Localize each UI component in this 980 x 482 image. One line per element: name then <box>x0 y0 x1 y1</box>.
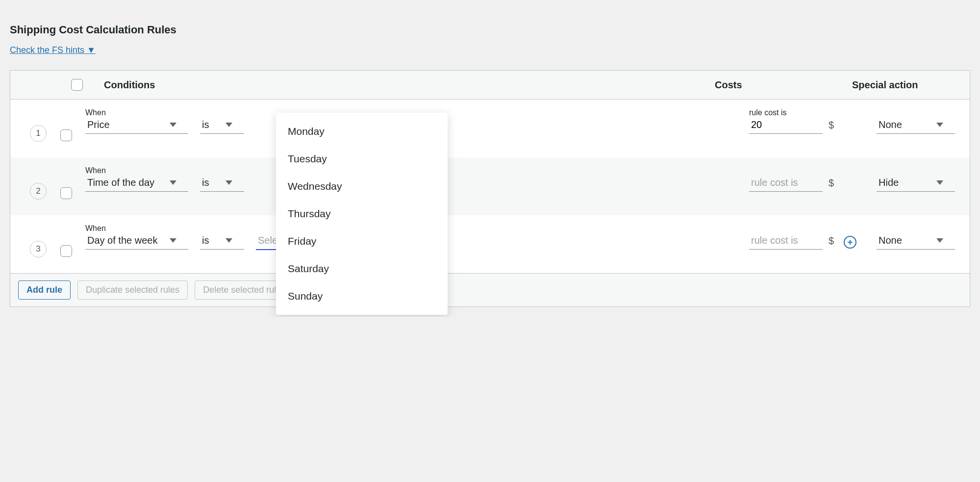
section-title: Shipping Cost Calculation Rules <box>10 24 970 36</box>
special-action-select[interactable]: Hide <box>877 175 955 192</box>
operator-select[interactable]: is <box>200 117 244 134</box>
condition-field-select[interactable]: Time of the day <box>85 175 188 192</box>
condition-field-value: Price <box>87 119 110 130</box>
add-cost-icon[interactable]: + <box>844 236 856 249</box>
chevron-down-icon <box>936 238 943 243</box>
currency-label: $ <box>829 120 834 134</box>
chevron-down-icon <box>170 123 176 127</box>
select-all-checkbox[interactable] <box>71 79 83 91</box>
day-option-sunday[interactable]: Sunday <box>276 282 448 310</box>
when-label: When <box>85 224 188 233</box>
duplicate-rules-button[interactable]: Duplicate selected rules <box>77 280 188 300</box>
day-option-tuesday[interactable]: Tuesday <box>276 145 448 173</box>
when-label: When <box>85 166 188 175</box>
cost-input[interactable] <box>749 233 823 250</box>
rule-cost-label: rule cost is <box>749 108 877 117</box>
table-header: Conditions Costs Special action <box>10 71 970 100</box>
currency-label: $ <box>829 235 834 250</box>
day-option-monday[interactable]: Monday <box>276 118 448 145</box>
condition-field-select[interactable]: Price <box>85 117 188 134</box>
day-option-saturday[interactable]: Saturday <box>276 255 448 282</box>
special-action-value: Hide <box>879 177 899 188</box>
operator-select[interactable]: is <box>200 175 244 192</box>
operator-value: is <box>202 119 209 130</box>
rule-checkbox[interactable] <box>60 245 72 257</box>
col-header-conditions: Conditions <box>104 79 715 91</box>
rule-index-badge[interactable]: 1 <box>30 125 47 142</box>
fs-hints-link[interactable]: Check the FS hints ▼ <box>10 45 96 55</box>
cost-input[interactable] <box>749 175 823 192</box>
col-header-costs: Costs <box>715 79 852 91</box>
days-dropdown-menu[interactable]: Monday Tuesday Wednesday Thursday Friday… <box>276 113 448 315</box>
rule-row: 3 When Day of the week is Sele <box>10 215 970 273</box>
chevron-down-icon <box>936 180 943 185</box>
when-label: When <box>85 108 188 117</box>
currency-label: $ <box>829 178 834 192</box>
special-action-select[interactable]: None <box>877 117 955 134</box>
rule-row: 1 When Price is rule cost is <box>10 100 970 157</box>
condition-field-value: Day of the week <box>87 235 157 246</box>
special-action-select[interactable]: None <box>877 233 955 250</box>
chevron-down-icon <box>226 238 232 243</box>
chevron-down-icon <box>226 123 232 127</box>
footer-bar: Add rule Duplicate selected rules Delete… <box>10 273 970 306</box>
rule-checkbox[interactable] <box>60 129 72 141</box>
cost-input[interactable] <box>749 117 823 134</box>
operator-value: is <box>202 235 209 246</box>
special-action-value: None <box>879 235 902 246</box>
condition-field-select[interactable]: Day of the week <box>85 233 188 250</box>
col-header-action: Special action <box>852 79 930 91</box>
chevron-down-icon <box>170 180 176 185</box>
rule-index-badge[interactable]: 3 <box>30 241 47 257</box>
operator-value: is <box>202 177 209 188</box>
day-option-wednesday[interactable]: Wednesday <box>276 173 448 200</box>
rules-table: Monday Tuesday Wednesday Thursday Friday… <box>10 70 970 307</box>
special-action-value: None <box>879 119 902 130</box>
condition-field-value: Time of the day <box>87 177 154 188</box>
rule-row: 2 When Time of the day is <box>10 157 970 215</box>
rule-checkbox[interactable] <box>60 187 72 199</box>
add-rule-button[interactable]: Add rule <box>18 280 71 300</box>
rule-index-badge[interactable]: 2 <box>30 183 47 200</box>
chevron-down-icon <box>936 123 943 127</box>
day-option-thursday[interactable]: Thursday <box>276 200 448 228</box>
chevron-down-icon <box>170 238 176 243</box>
day-option-friday[interactable]: Friday <box>276 228 448 255</box>
operator-select[interactable]: is <box>200 233 244 250</box>
chevron-down-icon <box>226 180 232 185</box>
